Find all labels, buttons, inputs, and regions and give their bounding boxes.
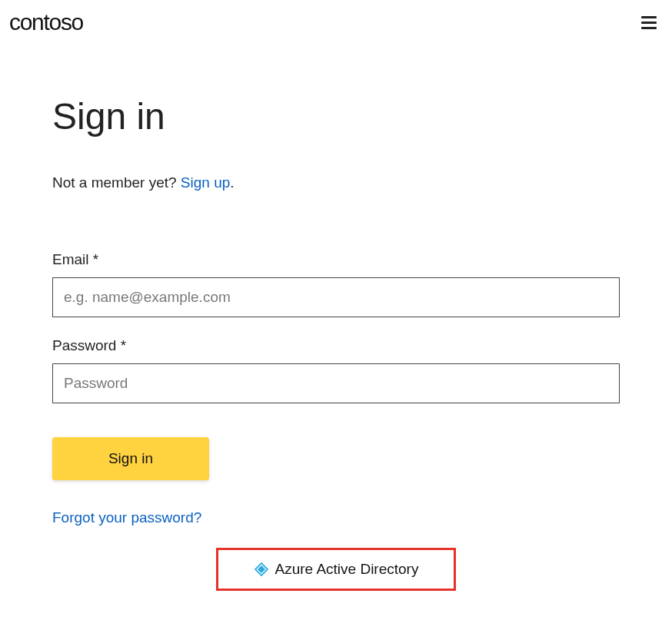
page-title: Sign in bbox=[52, 95, 620, 138]
signin-form: Sign in Not a member yet? Sign up. Email… bbox=[0, 35, 672, 591]
signin-button[interactable]: Sign in bbox=[52, 437, 209, 480]
not-member-suffix: . bbox=[230, 174, 234, 191]
not-member-text: Not a member yet? Sign up. bbox=[52, 174, 620, 191]
password-field[interactable] bbox=[52, 363, 620, 403]
azure-ad-label: Azure Active Directory bbox=[275, 561, 419, 578]
password-label: Password * bbox=[52, 337, 620, 354]
azure-ad-button[interactable]: Azure Active Directory bbox=[216, 548, 457, 591]
menu-icon[interactable] bbox=[638, 13, 660, 32]
azure-ad-icon bbox=[254, 562, 269, 577]
not-member-prefix: Not a member yet? bbox=[52, 174, 181, 191]
brand-logo: contoso bbox=[9, 9, 83, 35]
forgot-password-link[interactable]: Forgot your password? bbox=[52, 509, 620, 526]
signup-link[interactable]: Sign up bbox=[181, 174, 230, 191]
email-field[interactable] bbox=[52, 277, 620, 317]
email-label: Email * bbox=[52, 251, 620, 268]
